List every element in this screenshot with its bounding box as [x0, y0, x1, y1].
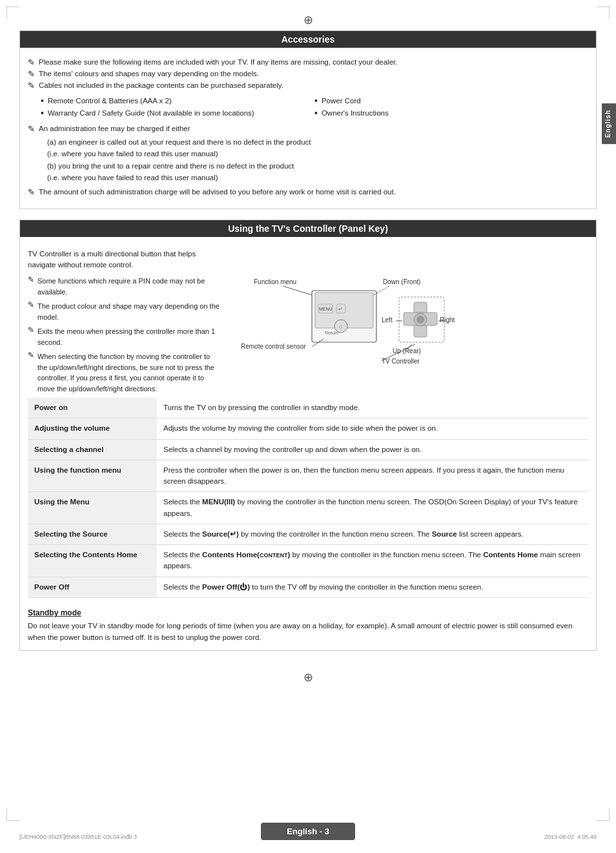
page-wrapper: English ⊕ Accessories ✎ Please make sure… [0, 0, 616, 853]
admin-line-4: (i.e. where you have failed to read this… [47, 172, 588, 183]
controller-section: Using the TV's Controller (Panel Key) TV… [19, 220, 597, 651]
svg-text:Down (Front): Down (Front) [383, 278, 420, 285]
table-row-channel: Selecting a channel Selects a channel by… [28, 439, 588, 460]
label-function-menu: Function menu [254, 278, 296, 285]
admin-line-3: (b) you bring the unit to a repair centr… [47, 160, 588, 172]
controller-layout: TV Controller is a multi directional but… [28, 249, 588, 398]
fn-name-volume: Adjusting the volume [28, 418, 157, 439]
ctrl-note-4: ✎ When selecting the function by moving … [28, 351, 221, 394]
footer: English - 3 [UEH4000-XNZF]BN68-03951E-03… [0, 823, 616, 840]
note-icon-3: ✎ [28, 81, 35, 90]
admin-indent: (a) an engineer is called out at your re… [47, 136, 588, 184]
fn-desc-contents-home: Selects the Contents Home(CONTENT) by mo… [157, 545, 588, 577]
item-warranty: Warranty Card / Safety Guide (Not availa… [41, 108, 314, 118]
svg-text:Remote control sensor: Remote control sensor [241, 343, 306, 350]
function-table: Power on Turns the TV on by pressing the… [28, 398, 588, 598]
admin-note-icon: ✎ [28, 124, 35, 134]
corner-mark-br [597, 808, 610, 821]
footer-right-text: 2013-08-02 ￼ 4:05:49 [544, 834, 597, 840]
tv-diagram: Function menu MENU ↵ [234, 249, 467, 378]
controller-header: Using the TV's Controller (Panel Key) [20, 220, 596, 237]
fn-desc-function-menu: Press the controller when the power is o… [157, 460, 588, 492]
item-remote: Remote Control & Batteries (AAA x 2) [41, 96, 314, 106]
fn-name-menu: Using the Menu [28, 492, 157, 524]
accessories-note-2: ✎ The items' colours and shapes may vary… [28, 70, 588, 79]
svg-point-16 [417, 316, 424, 323]
footer-left-text: [UEH4000-XNZF]BN68-03951E-03L04.indb 3 [19, 834, 137, 840]
fn-name-function-menu: Using the function menu [28, 460, 157, 492]
compass-top: ⊕ [19, 13, 597, 27]
svg-text:Return: Return [325, 331, 338, 335]
side-tab: English [602, 103, 616, 144]
admin-section: ✎ An administration fee may be charged i… [28, 125, 588, 197]
table-row-source: Selecting the Source Selects the Source(… [28, 524, 588, 544]
table-row-menu: Using the Menu Selects the MENU(III) by … [28, 492, 588, 524]
fn-desc-source: Selects the Source(↵) by moving the cont… [157, 524, 588, 544]
accessories-content: ✎ Please make sure the following items a… [20, 53, 596, 209]
fn-name-channel: Selecting a channel [28, 439, 157, 460]
accessories-note-3: ✎ Cables not included in the package con… [28, 81, 588, 90]
admin-note-line: ✎ An administration fee may be charged i… [28, 125, 588, 134]
fn-name-power-on: Power on [28, 398, 157, 418]
controller-content: TV Controller is a multi directional but… [20, 242, 596, 650]
item-power-cord: Power Cord [314, 96, 588, 106]
admin-note2-line: ✎ The amount of such administration char… [28, 188, 588, 197]
accessories-section: Accessories ✎ Please make sure the follo… [19, 30, 597, 209]
table-row-volume: Adjusting the volume Adjusts the volume … [28, 418, 588, 439]
footer-page-label: English - 3 [261, 823, 355, 840]
standby-section: Standby mode Do not leave your TV in sta… [28, 608, 588, 644]
note-icon-2: ✎ [28, 69, 35, 79]
admin-line-1: (a) an engineer is called out at your re… [47, 136, 588, 148]
table-row-power-off: Power Off Selects the Power Off(⏻) to tu… [28, 577, 588, 597]
corner-mark-bl [6, 808, 19, 821]
compass-bottom: ⊕ [19, 670, 597, 684]
fn-desc-volume: Adjusts the volume by moving the control… [157, 418, 588, 439]
svg-text:Left: Left [382, 316, 393, 324]
svg-text:MENU: MENU [319, 307, 333, 311]
corner-mark-tr [597, 6, 610, 19]
item-owners: Owner's Instructions [314, 108, 588, 118]
ctrl-note-3: ✎ Exits the menu when pressing the contr… [28, 326, 221, 347]
ctrl-note-2: ✎ The product colour and shape may vary … [28, 301, 221, 322]
accessories-items: Remote Control & Batteries (AAA x 2) Pow… [41, 96, 588, 118]
svg-text:Right: Right [440, 316, 455, 324]
fn-name-source: Selecting the Source [28, 524, 157, 544]
svg-text:○: ○ [339, 324, 342, 330]
accessories-header: Accessories [20, 31, 596, 48]
standby-title: Standby mode [28, 608, 588, 617]
table-row-contents-home: Selecting the Contents Home Selects the … [28, 545, 588, 577]
fn-desc-menu: Selects the MENU(III) by moving the cont… [157, 492, 588, 524]
note-icon-1: ✎ [28, 57, 35, 67]
admin-line-2: (i.e. where you have failed to read this… [47, 148, 588, 159]
corner-mark-tl [6, 6, 19, 19]
admin-note2-icon: ✎ [28, 187, 35, 197]
table-row-function-menu: Using the function menu Press the contro… [28, 460, 588, 492]
controller-right: Function menu MENU ↵ [234, 249, 588, 398]
accessories-note-1: ✎ Please make sure the following items a… [28, 58, 588, 67]
controller-left: TV Controller is a multi directional but… [28, 249, 221, 398]
standby-text: Do not leave your TV in standby mode for… [28, 620, 588, 644]
fn-name-contents-home: Selecting the Contents Home [28, 545, 157, 577]
svg-text:↵: ↵ [338, 307, 342, 311]
fn-desc-channel: Selects a channel by moving the controll… [157, 439, 588, 460]
fn-desc-power-on: Turns the TV on by pressing the controll… [157, 398, 588, 418]
ctrl-note-1: ✎ Some functions which require a PIN cod… [28, 276, 221, 297]
table-row-power-on: Power on Turns the TV on by pressing the… [28, 398, 588, 418]
controller-intro: TV Controller is a multi directional but… [28, 249, 221, 271]
fn-name-power-off: Power Off [28, 577, 157, 597]
svg-text:TV Controller: TV Controller [382, 358, 420, 365]
fn-desc-power-off: Selects the Power Off(⏻) to turn the TV … [157, 577, 588, 597]
